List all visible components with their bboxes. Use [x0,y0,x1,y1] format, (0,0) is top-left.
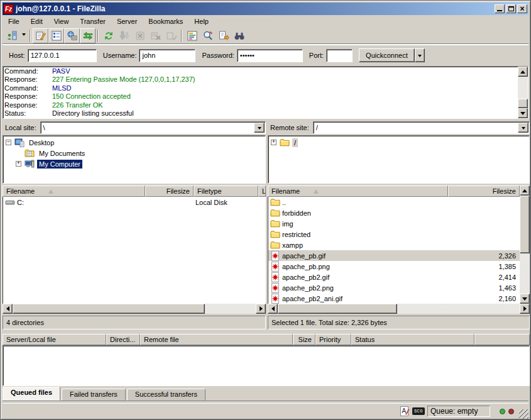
remote-site-combo[interactable]: / [313,121,530,134]
file-size: 1,385 [449,263,520,270]
toggle-message-log-button[interactable] [33,28,48,43]
column-header-filename[interactable]: Filename [268,185,448,197]
refresh-button[interactable] [101,28,116,43]
toggle-local-tree-icon [51,30,62,41]
expander-minus-icon[interactable]: − [6,140,14,145]
column-header-directi[interactable]: Directi... [106,334,140,345]
file-row-c[interactable]: C:Local Disk [3,197,266,207]
scrollbar-thumb[interactable] [520,196,530,253]
password-input[interactable] [237,49,303,62]
local-site-combo[interactable]: \ [40,121,266,134]
file-row-apache-pb2-png[interactable]: apache_pb2.png1,463 [268,282,520,293]
status-bar: A SCO Queue: empty [3,403,528,419]
scrollbar-thumb[interactable] [518,99,528,108]
column-header-filetype[interactable]: Filetype [194,185,258,197]
queue-list-body[interactable] [3,345,530,386]
local-status-bar: 4 directories [3,316,266,329]
file-row-restricted[interactable]: restricted [268,229,520,240]
sort-ascending-icon [48,187,53,194]
column-header-server-local-file[interactable]: Server/Local file [3,334,106,345]
scroll-up-button[interactable] [518,67,528,77]
expander-plus-icon[interactable]: + [16,161,25,167]
menu-file[interactable]: File [3,16,25,26]
host-input[interactable] [28,49,97,62]
resize-grip[interactable] [519,409,528,419]
scrollbar-thumb[interactable] [278,304,397,314]
close-button[interactable]: × [517,4,527,13]
column-header-priority[interactable]: Priority [315,334,351,345]
log-line: Response:226 Transfer OK [4,101,517,109]
file-row-apache-pb2-gif[interactable]: apache_pb2.gif2,414 [268,272,520,282]
title-bar[interactable]: Fz john@127.0.0.1 - FileZilla × [3,3,528,15]
scroll-down-button[interactable] [520,294,530,304]
menu-transfer[interactable]: Transfer [74,16,111,26]
scroll-left-button[interactable] [3,304,13,314]
file-row-apache-pb-png[interactable]: apache_pb.png1,385 [268,261,520,272]
scroll-right-button[interactable] [520,304,530,314]
column-header-size[interactable]: Size [293,334,315,345]
file-search-button[interactable] [231,28,247,43]
file-row-apache-pb2-ani-gif[interactable]: apache_pb2_ani.gif2,160 [268,293,520,304]
menu-view[interactable]: View [48,16,75,26]
column-header-status[interactable]: Status [351,334,474,345]
quickconnect-dropdown-button[interactable] [415,48,425,62]
quickconnect-button[interactable]: Quickconnect [359,48,415,62]
local-site-dropdown-button[interactable] [254,123,265,133]
column-header-remote-file[interactable]: Remote file [140,334,293,345]
scroll-down-button[interactable] [518,108,528,118]
tree-item-desktop[interactable]: −Desktop [3,137,265,148]
minimize-button[interactable] [495,4,505,13]
log-type-label: Status: [4,109,52,118]
tree-item-my-computer[interactable]: +My Computer [3,158,265,169]
column-header-filesize[interactable]: Filesize [145,185,194,197]
maximize-button[interactable] [506,4,516,13]
toggle-local-tree-button[interactable] [48,28,64,43]
maximize-icon [508,6,514,11]
remote-vertical-scrollbar[interactable] [520,185,530,304]
tab-successful-transfers[interactable]: Successful transfers [127,389,205,401]
menu-server[interactable]: Server [111,16,143,26]
disconnect-button[interactable] [148,28,163,43]
toggle-remote-tree-button[interactable] [64,28,80,43]
local-horizontal-scrollbar[interactable] [3,304,266,314]
remote-horizontal-scrollbar[interactable] [268,304,530,314]
tree-item-my-documents[interactable]: My Documents [3,148,265,158]
sort-ascending-icon [314,187,319,194]
scroll-up-button[interactable] [520,185,530,196]
file-row-img[interactable]: img [268,218,520,229]
tab-failed-transfers[interactable]: Failed transfers [62,389,126,401]
tab-queued-files[interactable]: Queued files [3,387,60,401]
file-row-xampp[interactable]: xampp [268,240,520,250]
username-input[interactable] [139,49,195,62]
site-manager-button[interactable] [4,28,19,43]
expander-plus-icon[interactable]: + [271,140,280,145]
column-header-l[interactable]: L [258,185,266,197]
filezilla-logo-icon: Fz [4,4,13,14]
scrollbar-thumb[interactable] [13,304,205,314]
file-row-forbidden[interactable]: forbidden [268,207,520,218]
directory-comparison-button[interactable] [184,28,200,43]
column-header-filesize[interactable]: Filesize [448,185,520,197]
directory-listing-filters-button[interactable] [216,28,231,43]
remote-site-dropdown-button[interactable] [518,123,528,133]
tree-item-[interactable]: +/ [268,137,529,148]
file-size: 1,463 [449,284,520,292]
menu-help[interactable]: Help [189,16,214,26]
cancel-button[interactable] [132,28,148,43]
menu-edit[interactable]: Edit [25,16,48,26]
scroll-right-button[interactable] [256,304,266,314]
synchronized-browsing-button[interactable] [200,28,216,43]
file-row-apache-pb-gif[interactable]: apache_pb.gif2,326 [268,250,520,261]
toggle-queue-button[interactable] [80,28,96,43]
process-queue-button[interactable] [116,28,132,43]
file-row-[interactable]: .. [268,197,520,207]
minimize-icon [497,10,502,11]
column-header-filename[interactable]: Filename [3,185,145,197]
filezilla-window: Fz john@127.0.0.1 - FileZilla × FileEdit… [0,0,531,420]
menu-bookmarks[interactable]: Bookmarks [143,16,189,26]
scroll-left-button[interactable] [268,304,278,314]
port-input[interactable] [326,49,353,62]
site-manager-dropdown-button[interactable] [19,28,28,43]
log-scrollbar[interactable] [518,67,528,118]
reconnect-button[interactable] [163,28,179,43]
